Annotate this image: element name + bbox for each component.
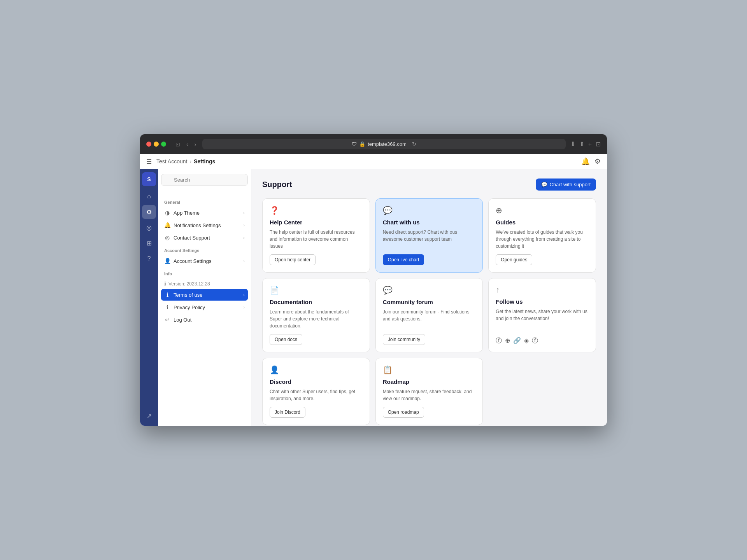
browser-nav-controls: ⊡ ‹ ›	[174, 140, 198, 148]
open-live-chart-button[interactable]: Open live chart	[383, 254, 424, 265]
sidebar-app-theme-label: App Theme	[174, 210, 240, 216]
breadcrumb: Test Account › Settings	[156, 158, 215, 164]
lock-icon: 🔒	[359, 141, 365, 147]
breadcrumb-settings: Settings	[194, 158, 215, 164]
breadcrumb-account: Test Account	[156, 158, 187, 164]
maximize-button[interactable]	[161, 142, 166, 147]
sidebar-icon-grid[interactable]: ⊞	[142, 236, 156, 250]
documentation-title: Documentation	[270, 299, 363, 305]
theme-icon: ◑	[164, 210, 170, 216]
open-help-center-button[interactable]: Open help center	[270, 254, 316, 265]
topbar-icons: 🔔 ⚙	[581, 157, 601, 166]
sidebar-icon-home[interactable]: ⌂	[142, 189, 156, 203]
chevron-right-icon: ›	[243, 223, 245, 228]
docs-icon: 📄	[270, 285, 363, 295]
discord2-icon[interactable]: ◈	[524, 337, 529, 345]
sidebar-item-privacy-policy[interactable]: ℹ Privacy Policy ›	[161, 301, 248, 313]
main-layout: S ⌂ ⚙ ◎ ⊞ ? ↗ 🔍 General ◑ App Theme ›	[140, 169, 607, 426]
join-discord-button[interactable]: Join Discord	[270, 407, 305, 418]
open-guides-button[interactable]: Open guides	[496, 254, 532, 265]
chat-icon: 💬	[541, 182, 547, 187]
menu-hamburger-icon[interactable]: ☰	[146, 158, 152, 165]
minimize-button[interactable]	[154, 142, 159, 147]
version-text: Version: 2023.12.28	[168, 281, 210, 287]
chart-with-support-button[interactable]: 💬 Chart with support	[536, 178, 596, 191]
address-bar[interactable]: 🛡 🔒 template369.com ↻	[202, 139, 565, 149]
sidebar-item-app-theme[interactable]: ◑ App Theme ›	[161, 207, 248, 219]
join-community-button[interactable]: Join community	[383, 334, 425, 345]
general-section-label: General	[161, 198, 248, 207]
roadmap-icon: 📋	[383, 365, 476, 374]
tabs-icon[interactable]: ⊡	[596, 140, 601, 148]
roadmap-desc: Make feature request, share feedback, an…	[383, 388, 476, 402]
support-card-chart-with-us: 💬 Chart with us Need direct support? Cha…	[375, 198, 483, 273]
link-icon[interactable]: 🔗	[513, 337, 521, 345]
close-button[interactable]	[146, 142, 151, 147]
sidebar-icon-help[interactable]: ?	[142, 252, 156, 266]
notification-icon[interactable]: 🔔	[581, 157, 590, 166]
guides-title: Guides	[496, 219, 589, 226]
sidebar-item-notifications[interactable]: 🔔 Notifications Settings ›	[161, 219, 248, 231]
open-roadmap-button[interactable]: Open roadmap	[383, 407, 424, 418]
support-cards-grid: ❓ Help Center The help center is full of…	[262, 198, 596, 425]
support-card-discord: 👤 Discord Chat with other Super users, f…	[262, 358, 370, 425]
back-icon[interactable]: ‹	[185, 140, 190, 148]
chart-with-us-title: Chart with us	[383, 219, 476, 226]
content-header: Support 💬 Chart with support	[262, 178, 596, 191]
roadmap-title: Roadmap	[383, 378, 476, 385]
open-docs-button[interactable]: Open docs	[270, 334, 302, 345]
sidebar-toggle-icon[interactable]: ⊡	[174, 140, 182, 148]
sidebar-item-contact-support[interactable]: ◎ Contact Support ›	[161, 232, 248, 243]
chevron-right-icon: ›	[243, 292, 245, 297]
support-card-documentation: 📄 Documentation Learn more about the fun…	[262, 278, 370, 352]
guides-desc: We've created lots of guides that walk y…	[496, 229, 589, 250]
reload-icon[interactable]: ↻	[412, 141, 416, 147]
browser-window: ⊡ ‹ › 🛡 🔒 template369.com ↻ ⬇ ⬆ + ⊡ ☰ Te…	[140, 134, 607, 426]
follow-us-desc: Get the latest news, share your work wit…	[496, 308, 589, 332]
sidebar-item-account-settings[interactable]: 👤 Account Settings ›	[161, 255, 248, 267]
user-avatar[interactable]: S	[142, 172, 156, 186]
community-icon: 💬	[383, 285, 476, 295]
shield-icon: 🛡	[352, 141, 357, 147]
sidebar-item-log-out[interactable]: ↩ Log Out	[161, 314, 248, 326]
discord-desc: Chat with other Super users, find tips, …	[270, 388, 363, 402]
support-card-guides: ⊕ Guides We've created lots of guides th…	[488, 198, 596, 273]
help-center-title: Help Center	[270, 219, 363, 226]
app-topbar: ☰ Test Account › Settings 🔔 ⚙	[140, 154, 607, 169]
discord-title: Discord	[270, 378, 363, 385]
facebook2-icon[interactable]: ⓕ	[532, 337, 538, 345]
support-card-roadmap: 📋 Roadmap Make feature request, share fe…	[375, 358, 483, 425]
settings-gear-icon[interactable]: ⚙	[594, 157, 601, 166]
search-wrapper: 🔍	[161, 174, 248, 192]
sidebar-notifications-label: Notifications Settings	[174, 222, 240, 228]
facebook-icon[interactable]: ⓕ	[496, 337, 502, 345]
version-info: ℹ Version: 2023.12.28	[161, 278, 248, 289]
settings-sidebar: 🔍 General ◑ App Theme › 🔔 Notifications …	[158, 169, 251, 426]
community-desc: Join our community forum - Find solution…	[383, 308, 476, 329]
support-card-community: 💬 Community forum Join our community for…	[375, 278, 483, 352]
community-title: Community forum	[383, 299, 476, 305]
sidebar-icon-settings[interactable]: ⚙	[142, 205, 156, 219]
share-icon[interactable]: ⬆	[579, 140, 584, 148]
info-section-label: Info	[161, 270, 248, 278]
follow-us-icon: ↑	[496, 285, 589, 294]
sidebar-icon-export[interactable]: ↗	[142, 409, 156, 423]
search-input[interactable]	[161, 174, 248, 186]
chat-bubble-icon: 💬	[383, 206, 476, 215]
account-settings-section-label: Account Settings	[161, 247, 248, 255]
forward-icon[interactable]: ›	[193, 140, 198, 148]
sidebar-contact-support-label: Contact Support	[174, 235, 240, 241]
bell-icon: 🔔	[164, 222, 170, 228]
download-icon[interactable]: ⬇	[570, 140, 575, 148]
info-circle-icon: ℹ	[164, 281, 166, 287]
guides-icon: ⊕	[496, 206, 589, 215]
social-icons: ⓕ ⊕ 🔗 ◈ ⓕ	[496, 337, 589, 345]
new-tab-icon[interactable]: +	[588, 141, 592, 148]
help-center-desc: The help center is full of useful resour…	[270, 229, 363, 250]
discord-social-icon[interactable]: ⊕	[505, 337, 510, 345]
chevron-right-icon: ›	[243, 305, 245, 310]
sidebar-item-terms-of-use[interactable]: ℹ Terms of use ›	[161, 289, 248, 301]
support-icon: ◎	[164, 234, 170, 241]
sidebar-icon-world[interactable]: ◎	[142, 220, 156, 234]
icon-sidebar: S ⌂ ⚙ ◎ ⊞ ? ↗	[140, 169, 158, 426]
